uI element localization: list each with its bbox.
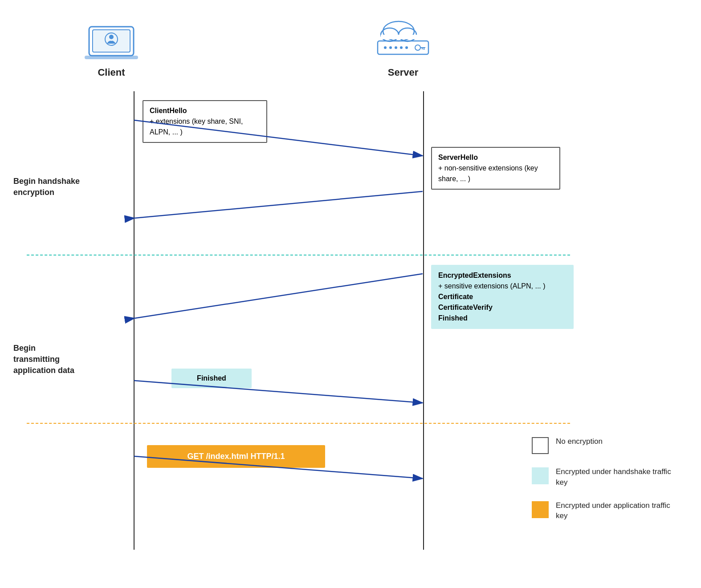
legend-box-orange [532,501,549,518]
svg-point-4 [109,35,114,39]
diagram: Client Server Be [0,0,701,588]
svg-line-24 [134,274,423,318]
orange-divider [27,423,570,424]
svg-point-15 [405,46,408,49]
server-icon [374,18,432,62]
legend-box-plain [532,437,549,454]
client-icon [85,18,138,62]
encrypted-extensions-box: EncryptedExtensions + sensitive extensio… [431,265,574,329]
legend-item-orange: Encrypted under application traffic key [532,500,674,522]
svg-line-23 [134,191,423,218]
legend-text-plain: No encryption [556,436,603,447]
svg-point-11 [384,46,387,49]
finished-box: Finished [171,369,252,388]
client-lifeline [134,91,134,550]
server-hello-box: ServerHello + non-sensitive extensions (… [431,147,560,190]
client-actor: Client [82,18,140,78]
svg-point-13 [395,46,397,49]
svg-point-16 [415,45,420,50]
legend-item-teal: Encrypted under handshake traffic key [532,466,674,488]
server-lifeline [423,91,424,550]
legend: No encryption Encrypted under handshake … [532,436,674,534]
get-request-box: GET /index.html HTTP/1.1 [147,445,325,468]
server-actor: Server [374,18,432,78]
client-hello-box: ClientHello + extensions (key share, SNI… [143,100,267,143]
client-label: Client [82,67,140,78]
legend-item-plain: No encryption [532,436,674,454]
server-label: Server [374,67,432,78]
svg-rect-5 [85,56,138,59]
svg-point-14 [400,46,403,49]
legend-text-orange: Encrypted under application traffic key [556,500,674,522]
svg-rect-9 [381,35,425,39]
legend-text-teal: Encrypted under handshake traffic key [556,466,674,488]
svg-point-12 [389,46,392,49]
teal-divider [27,255,570,255]
begin-transmitting-label: Begin transmitting application data [13,343,80,377]
legend-box-teal [532,467,549,484]
begin-handshake-label: Begin handshake encryption [13,176,80,198]
